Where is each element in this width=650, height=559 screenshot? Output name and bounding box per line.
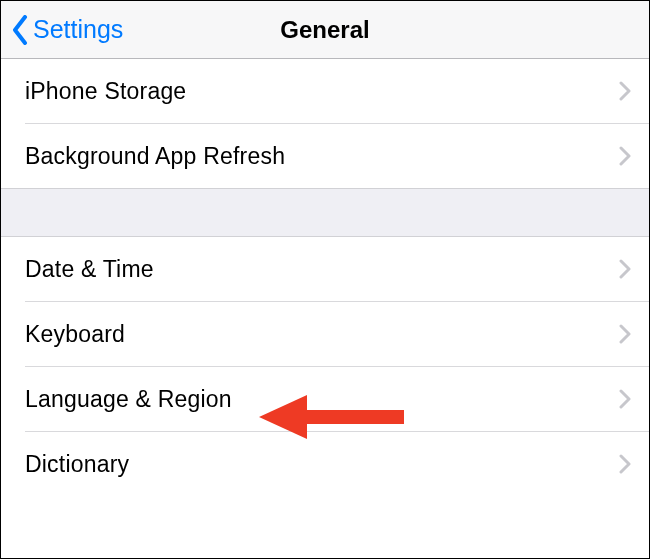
row-language-region[interactable]: Language & Region — [1, 367, 649, 431]
back-label: Settings — [33, 15, 123, 44]
page-title: General — [280, 16, 369, 44]
chevron-right-icon — [619, 389, 631, 409]
back-button[interactable]: Settings — [1, 15, 123, 45]
row-dictionary[interactable]: Dictionary — [1, 432, 649, 496]
chevron-left-icon — [11, 15, 29, 45]
row-label: Background App Refresh — [25, 143, 285, 170]
row-label: Keyboard — [25, 321, 125, 348]
chevron-right-icon — [619, 259, 631, 279]
chevron-right-icon — [619, 81, 631, 101]
row-label: Date & Time — [25, 256, 154, 283]
chevron-right-icon — [619, 146, 631, 166]
row-label: Language & Region — [25, 386, 232, 413]
row-label: iPhone Storage — [25, 78, 186, 105]
navigation-bar: Settings General — [1, 1, 649, 59]
row-iphone-storage[interactable]: iPhone Storage — [1, 59, 649, 123]
row-keyboard[interactable]: Keyboard — [1, 302, 649, 366]
row-date-time[interactable]: Date & Time — [1, 237, 649, 301]
chevron-right-icon — [619, 454, 631, 474]
settings-list: iPhone Storage Background App Refresh Da… — [1, 59, 649, 496]
row-background-app-refresh[interactable]: Background App Refresh — [1, 124, 649, 188]
section-gap — [1, 188, 649, 237]
row-label: Dictionary — [25, 451, 129, 478]
chevron-right-icon — [619, 324, 631, 344]
